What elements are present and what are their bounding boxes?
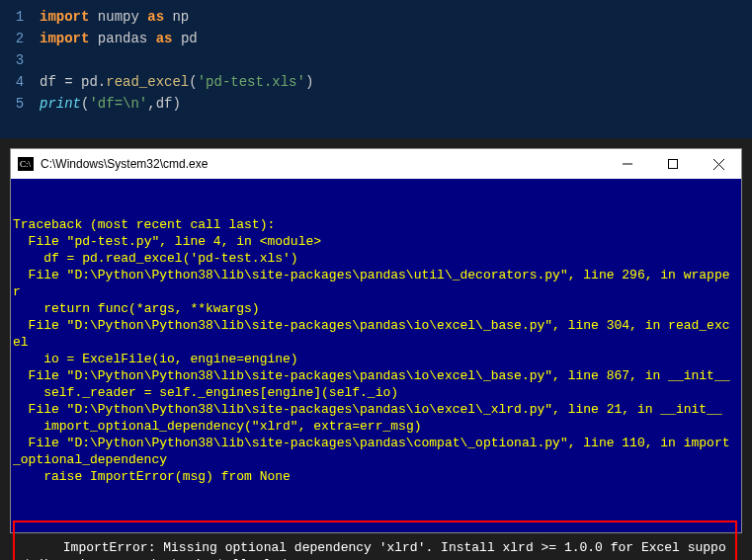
line-gutter: 12345	[0, 6, 40, 132]
code-line: import numpy as np	[40, 6, 752, 28]
line-number: 5	[0, 93, 40, 115]
close-button[interactable]	[696, 149, 741, 179]
code-line: import pandas as pd	[40, 28, 752, 49]
terminal-body[interactable]: Traceback (most recent call last): File …	[11, 179, 741, 532]
window-title: C:\Windows\System32\cmd.exe	[41, 157, 605, 171]
minimize-button[interactable]	[605, 149, 650, 179]
error-highlight: ImportError: Missing optional dependency…	[13, 520, 737, 560]
maximize-button[interactable]	[650, 149, 696, 179]
traceback-text: Traceback (most recent call last): File …	[13, 216, 737, 485]
window-titlebar[interactable]: C:\ C:\Windows\System32\cmd.exe	[11, 149, 741, 179]
line-number: 4	[0, 71, 40, 93]
svg-rect-3	[669, 160, 678, 169]
error-message: ImportError: Missing optional dependency…	[17, 540, 726, 560]
line-number: 3	[0, 49, 40, 71]
line-number: 1	[0, 6, 40, 28]
code-editor[interactable]: 12345 import numpy as npimport pandas as…	[0, 0, 752, 138]
svg-text:C:\: C:\	[20, 159, 32, 169]
cmd-window: C:\ C:\Windows\System32\cmd.exe Tracebac…	[10, 148, 742, 533]
code-area[interactable]: import numpy as npimport pandas as pd df…	[40, 6, 752, 132]
code-line: print('df=\n',df)	[40, 93, 752, 115]
line-number: 2	[0, 28, 40, 49]
code-line: df = pd.read_excel('pd-test.xls')	[40, 71, 752, 93]
cmd-icon: C:\	[17, 155, 35, 173]
code-line	[40, 49, 752, 71]
